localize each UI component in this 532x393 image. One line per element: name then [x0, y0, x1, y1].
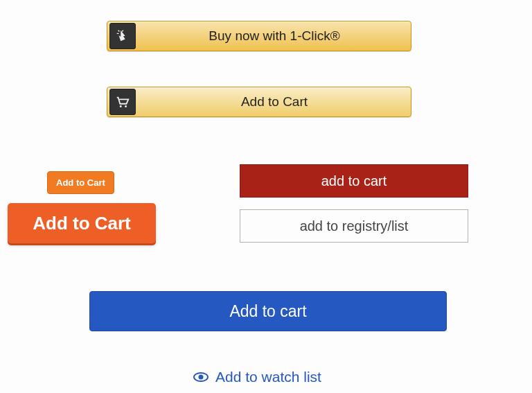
click-icon [109, 23, 136, 49]
blue-add-to-cart-button[interactable]: Add to cart [89, 291, 447, 331]
svg-line-1 [122, 30, 123, 32]
eye-icon [193, 372, 209, 382]
buy-now-1-click-button[interactable]: Buy now with 1-Click® [107, 21, 411, 51]
amazon-add-to-cart-label: Add to Cart [138, 94, 411, 110]
svg-point-4 [125, 105, 127, 107]
add-to-registry-button[interactable]: add to registry/list [240, 209, 468, 243]
watch-list-label: Add to watch list [215, 369, 321, 385]
large-add-to-cart-button[interactable]: Add to Cart [8, 203, 156, 243]
add-to-watch-list-link[interactable]: Add to watch list [193, 369, 321, 385]
small-add-to-cart-button[interactable]: Add to Cart [47, 171, 114, 194]
small-add-to-cart-label: Add to Cart [56, 177, 105, 188]
cart-icon [109, 89, 136, 115]
buy-now-label: Buy now with 1-Click® [138, 28, 411, 44]
svg-point-6 [199, 375, 204, 380]
svg-line-0 [118, 30, 120, 32]
add-to-registry-label: add to registry/list [300, 218, 409, 234]
amazon-add-to-cart-button[interactable]: Add to Cart [107, 87, 411, 117]
red-add-to-cart-label: add to cart [321, 173, 387, 189]
large-add-to-cart-label: Add to Cart [33, 213, 131, 234]
blue-add-to-cart-label: Add to cart [229, 302, 306, 320]
svg-point-3 [120, 105, 122, 107]
red-add-to-cart-button[interactable]: add to cart [240, 164, 468, 198]
